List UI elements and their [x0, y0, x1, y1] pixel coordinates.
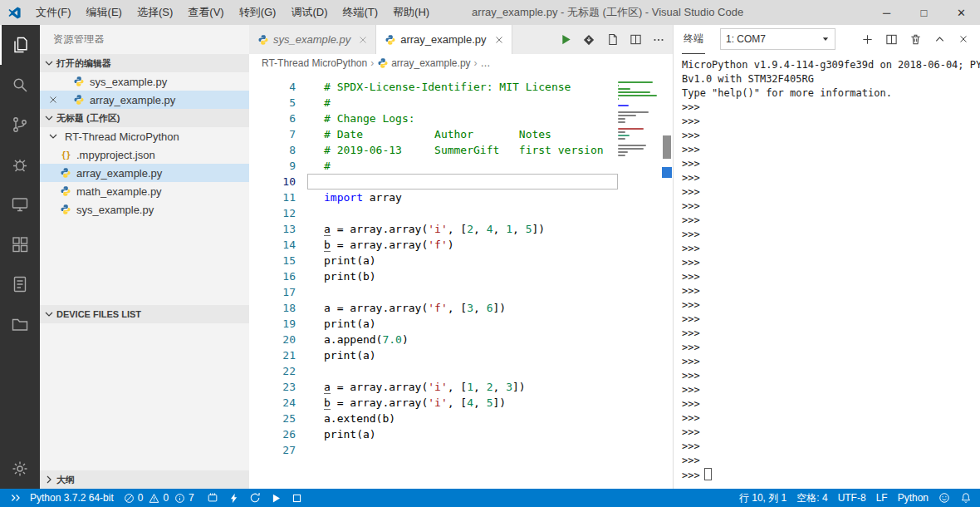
indentation-status[interactable]: 空格: 4	[791, 489, 832, 507]
section-device-files[interactable]: DEVICE FILES LIST	[40, 305, 249, 323]
activity-item-files[interactable]	[0, 25, 40, 65]
activity-item-notes[interactable]	[0, 264, 40, 304]
terminal-line: >>>	[682, 256, 980, 270]
code-line[interactable]	[307, 442, 618, 458]
tab-label: array_example.py	[400, 33, 486, 46]
eol-status[interactable]: LF	[871, 489, 893, 507]
notifications-button[interactable]	[955, 489, 977, 507]
remote-indicator[interactable]	[3, 489, 25, 507]
menu-item[interactable]: 转到(G)	[232, 0, 284, 25]
editor-tab[interactable]: array_example.py	[376, 25, 512, 54]
open-editor-item[interactable]: sys_example.py	[40, 72, 249, 91]
language-status[interactable]: Python	[893, 489, 933, 507]
close-panel-button[interactable]	[955, 31, 972, 47]
code-line[interactable]: b = array.array('f')	[307, 237, 618, 253]
close-icon[interactable]	[357, 34, 369, 46]
activity-item-search[interactable]	[0, 65, 40, 105]
folder-item[interactable]: RT-Thread MicroPython	[40, 127, 249, 145]
terminal-selector[interactable]: 1: COM7	[720, 28, 835, 50]
section-open-editors[interactable]: 打开的编辑器	[40, 54, 249, 72]
file-tree-item[interactable]: math_example.py	[40, 182, 249, 200]
terminal-line: >>>	[682, 454, 980, 468]
stop-status-button[interactable]	[287, 489, 307, 507]
open-editor-item[interactable]: array_example.py	[40, 91, 249, 109]
editor-scrollbar[interactable]	[661, 72, 673, 489]
maximize-panel-button[interactable]	[931, 31, 948, 47]
sync-button[interactable]	[244, 489, 266, 507]
minimize-button[interactable]: ─	[868, 0, 905, 25]
close-icon[interactable]	[47, 94, 59, 106]
cursor-position[interactable]: 行 10, 列 1	[734, 489, 791, 507]
breadcrumb-label: array_example.py	[391, 57, 470, 69]
code-line[interactable]: print(a)	[307, 426, 618, 442]
more-button[interactable]	[648, 29, 669, 51]
code-line[interactable]: a = array.array('f', [3, 6])	[307, 300, 618, 316]
flash-download-button[interactable]	[578, 29, 600, 51]
code-line[interactable]: #	[307, 158, 618, 174]
code-line[interactable]: print(b)	[307, 268, 618, 284]
menu-item[interactable]: 文件(F)	[28, 0, 79, 25]
menu-item[interactable]: 帮助(H)	[385, 0, 437, 25]
flash-button[interactable]	[223, 489, 244, 507]
code-line[interactable]: # Date Author Notes	[307, 126, 618, 142]
code-line[interactable]	[307, 174, 618, 190]
menu-item[interactable]: 终端(T)	[335, 0, 385, 25]
menu-item[interactable]: 编辑(E)	[79, 0, 130, 25]
breadcrumb-item[interactable]: array_example.py	[377, 57, 470, 69]
problems-indicator[interactable]: 0 0 7	[119, 489, 202, 507]
close-icon[interactable]	[493, 34, 505, 46]
code-line[interactable]	[307, 284, 618, 300]
code-editor[interactable]: 4567891011121314151617181920212223242526…	[249, 72, 673, 489]
code-line[interactable]: a.append(7.0)	[307, 332, 618, 347]
breadcrumb-item[interactable]: RT-Thread MicroPython	[262, 57, 367, 69]
encoding-status[interactable]: UTF-8	[833, 489, 871, 507]
split-editor-button[interactable]	[625, 29, 646, 51]
section-outline[interactable]: 大纲	[40, 470, 249, 489]
code-line[interactable]: # SPDX-License-Identifier: MIT License	[307, 79, 618, 95]
code-line[interactable]	[307, 363, 618, 379]
section-workspace[interactable]: 无标题 (工作区)	[40, 109, 249, 127]
menu-item[interactable]: 调试(D)	[283, 0, 335, 25]
code-line[interactable]	[307, 205, 618, 221]
python-interpreter[interactable]: Python 3.7.2 64-bit	[25, 489, 119, 507]
file-tree-item[interactable]: sys_example.py	[40, 200, 249, 219]
code-line[interactable]: a.extend(b)	[307, 411, 618, 426]
run-status-button[interactable]	[266, 489, 287, 507]
kill-terminal-button[interactable]	[907, 31, 924, 47]
close-button[interactable]: ✕	[943, 0, 980, 25]
explorer-sidebar: 资源管理器 打开的编辑器 sys_example.pyarray_example…	[40, 25, 249, 489]
file-tree-item[interactable]: array_example.py	[40, 164, 249, 182]
code-line[interactable]: import array	[307, 190, 618, 205]
code-line[interactable]: # Change Logs:	[307, 111, 618, 126]
menu-item[interactable]: 查看(V)	[180, 0, 231, 25]
file-tree-item[interactable]: {}.mpyproject.json	[40, 145, 249, 164]
code-line[interactable]: print(a)	[307, 316, 618, 332]
editor-tab[interactable]: sys_example.py	[249, 25, 376, 54]
code-line[interactable]: # 2019-06-13 SummerGift first version	[307, 142, 618, 158]
activity-item-device[interactable]	[0, 185, 40, 224]
feedback-button[interactable]	[933, 489, 955, 507]
open-preview-button[interactable]	[601, 29, 623, 51]
activity-item-source-control[interactable]	[0, 105, 40, 145]
code-line[interactable]: print(a)	[307, 253, 618, 268]
terminal-body[interactable]: MicroPython v1.9.4-114-g309fe39d on 2018…	[674, 53, 980, 489]
breadcrumb-item[interactable]: …	[481, 57, 491, 69]
code-line[interactable]: #	[307, 95, 618, 111]
minimap[interactable]	[618, 72, 661, 489]
new-terminal-button[interactable]	[859, 31, 875, 47]
split-terminal-button[interactable]	[883, 31, 899, 47]
code-line[interactable]: print(a)	[307, 347, 618, 363]
terminal-tab[interactable]: 终端	[682, 25, 705, 54]
code-line[interactable]: a = array.array('i', [1, 2, 3])	[307, 379, 618, 395]
activity-item-debug[interactable]	[0, 145, 40, 185]
maximize-button[interactable]: □	[905, 0, 943, 25]
code-line[interactable]: a = array.array('i', [2, 4, 1, 5])	[307, 221, 618, 237]
activity-item-gear[interactable]	[0, 449, 40, 489]
activity-item-extensions[interactable]	[0, 224, 40, 264]
code-line[interactable]: b = array.array('i', [4, 5])	[307, 395, 618, 411]
menu-item[interactable]: 选择(S)	[130, 0, 180, 25]
scrollbar-thumb[interactable]	[663, 135, 671, 159]
run-button[interactable]	[555, 29, 576, 51]
activity-item-folder[interactable]	[0, 304, 40, 344]
board-button[interactable]	[202, 489, 223, 507]
